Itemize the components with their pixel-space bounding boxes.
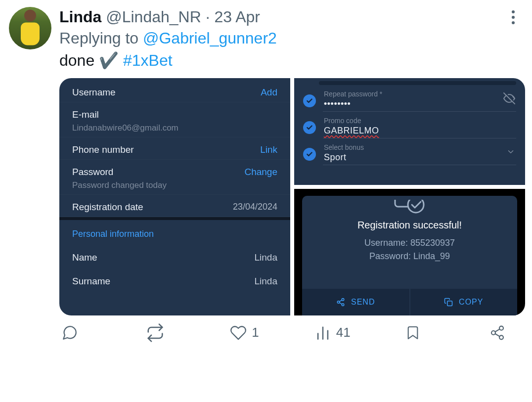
replying-prefix: Replying to <box>59 29 143 47</box>
row-promo: Promo code GABRIELMO <box>303 115 516 141</box>
form-top-bar <box>319 81 516 85</box>
share-icon <box>336 298 345 307</box>
tweet-text: done ✔️ #1xBet <box>59 50 523 71</box>
tweet-author-line[interactable]: Linda @Lindah_NR · 23 Apr <box>59 7 260 28</box>
password-sub: Password changed today <box>72 180 277 190</box>
promo-label: Promo code <box>324 117 379 125</box>
svg-point-2 <box>512 21 515 24</box>
reply-context: Replying to @Gabriel_gunner2 <box>59 28 523 49</box>
email-value: Lindanabwire06@gmail.com <box>72 123 277 133</box>
account-settings-card: Username Add E-mail Lindanabwire06@gmail… <box>59 78 290 315</box>
name-value: Linda <box>255 252 278 263</box>
svg-point-1 <box>512 16 515 19</box>
success-title: Registration successful! <box>302 220 517 231</box>
hashtag[interactable]: #1xBet <box>123 51 173 69</box>
more-button[interactable] <box>503 7 523 27</box>
send-label: SEND <box>351 298 375 307</box>
chevron-down-icon <box>506 147 515 158</box>
success-card: Registration successful! Username: 85523… <box>302 196 517 315</box>
row-username[interactable]: Username Add <box>59 80 290 102</box>
repeat-password-field[interactable]: Repeat password * •••••••• <box>323 90 516 112</box>
svg-line-18 <box>495 334 499 336</box>
success-username: Username: 855230937 <box>302 238 517 248</box>
copy-button[interactable]: COPY <box>409 289 518 315</box>
reply-button[interactable] <box>61 324 91 341</box>
name-label: Name <box>72 252 97 263</box>
username-add-action[interactable]: Add <box>261 87 277 98</box>
svg-line-10 <box>339 300 342 302</box>
check-emoji: ✔️ <box>99 51 119 69</box>
share-icon <box>489 325 505 341</box>
dot-separator: · <box>206 8 210 26</box>
like-count: 1 <box>252 325 259 340</box>
phone-link-action[interactable]: Link <box>260 144 277 155</box>
display-name: Linda <box>59 8 101 26</box>
reply-mention[interactable]: @Gabriel_gunner2 <box>143 29 277 47</box>
row-bonus: Select bonus Sport <box>303 141 516 168</box>
repeat-password-label: Repeat password * <box>324 90 382 98</box>
success-password-value: Linda_99 <box>413 251 450 261</box>
tweet-body: Linda @Lindah_NR · 23 Apr Replying to @G… <box>59 7 523 342</box>
views-icon <box>314 324 331 341</box>
success-username-value: 855230937 <box>410 238 455 248</box>
media-grid: Username Add E-mail Lindanabwire06@gmail… <box>59 78 525 315</box>
svg-line-19 <box>495 329 499 332</box>
surname-label: Surname <box>72 276 110 287</box>
avatar[interactable] <box>9 7 51 49</box>
retweet-button[interactable] <box>146 323 176 342</box>
bookmark-button[interactable] <box>405 325 435 341</box>
media-account-settings[interactable]: Username Add E-mail Lindanabwire06@gmail… <box>59 78 290 315</box>
bonus-value: Sport <box>324 152 364 163</box>
views-button[interactable]: 41 <box>314 324 351 341</box>
check-icon <box>303 121 316 134</box>
tweet: Linda @Lindah_NR · 23 Apr Replying to @G… <box>0 0 532 342</box>
bookmark-icon <box>405 325 421 341</box>
tweet-header: Linda @Lindah_NR · 23 Apr <box>59 7 523 28</box>
promo-value: GABRIELMO <box>324 126 379 136</box>
media-signup-form[interactable]: Repeat password * •••••••• <box>294 78 525 185</box>
reply-icon <box>61 324 78 341</box>
media-registration-success[interactable]: Registration successful! Username: 85523… <box>294 189 525 315</box>
surname-value: Linda <box>255 276 278 287</box>
check-icon <box>303 148 316 161</box>
email-label: E-mail <box>72 109 99 120</box>
repeat-password-value: •••••••• <box>324 99 382 109</box>
eye-off-icon[interactable] <box>503 92 515 106</box>
success-buttons: SEND COPY <box>302 289 517 315</box>
regdate-value: 23/04/2024 <box>233 202 277 212</box>
personal-info-title: Personal information <box>59 220 290 244</box>
username-label: Username <box>72 87 116 98</box>
row-email[interactable]: E-mail Lindanabwire06@gmail.com <box>59 102 290 137</box>
bonus-label: Select bonus <box>324 143 364 151</box>
handle: @Lindah_NR <box>106 8 201 26</box>
password-change-action[interactable]: Change <box>244 167 277 178</box>
send-button[interactable]: SEND <box>302 289 409 315</box>
row-regdate: Registration date 23/04/2024 <box>59 195 290 217</box>
check-icon <box>303 94 316 107</box>
bonus-field[interactable]: Select bonus Sport <box>323 143 516 165</box>
avatar-illustration <box>21 10 40 45</box>
success-password: Password: Linda_99 <box>302 251 517 262</box>
signup-form-card: Repeat password * •••••••• <box>294 78 525 185</box>
svg-point-0 <box>512 10 515 13</box>
success-icon <box>302 200 517 219</box>
row-surname[interactable]: Surname Linda <box>59 268 290 287</box>
regdate-label: Registration date <box>72 202 143 213</box>
view-count: 41 <box>336 325 351 340</box>
row-repeat-password: Repeat password * •••••••• <box>303 88 516 115</box>
password-label: Password <box>72 167 113 178</box>
tweet-action-bar: 1 41 <box>59 315 525 342</box>
svg-rect-11 <box>447 301 452 306</box>
copy-icon <box>444 298 453 307</box>
heart-icon <box>230 324 247 341</box>
row-name[interactable]: Name Linda <box>59 244 290 268</box>
share-button[interactable] <box>489 325 519 341</box>
like-button[interactable]: 1 <box>230 324 260 341</box>
row-phone[interactable]: Phone number Link <box>59 137 290 160</box>
retweet-icon <box>146 323 165 342</box>
tweet-text-plain: done <box>59 51 99 69</box>
promo-field[interactable]: Promo code GABRIELMO <box>323 117 516 138</box>
svg-line-9 <box>339 303 342 304</box>
tweet-date: 23 Apr <box>214 8 260 26</box>
row-password[interactable]: Password Change Password changed today <box>59 160 290 195</box>
